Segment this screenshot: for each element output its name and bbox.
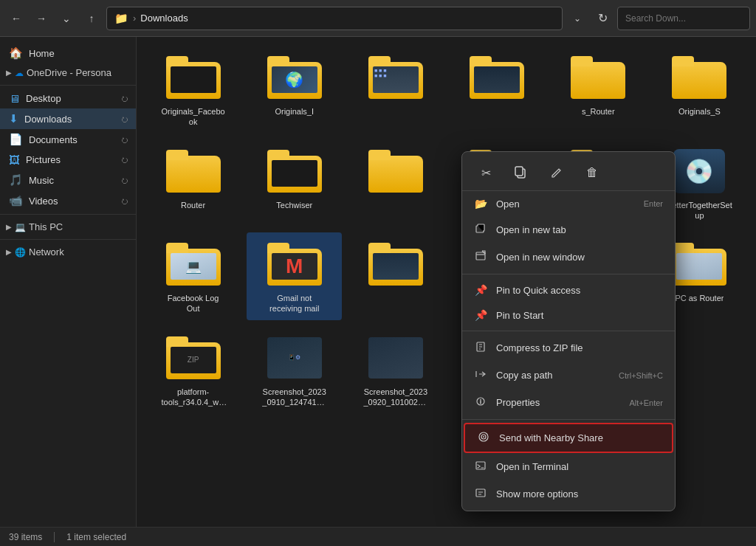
ctx-more-options[interactable]: Show more options	[462, 480, 675, 508]
file-name-scrshot2: Screenshot_2023_0920_101002_Sea	[362, 387, 429, 408]
pin-icon-desktop: ⭮	[121, 94, 128, 103]
folder-shape-router	[166, 150, 221, 193]
file-item-folder3[interactable]: ■ ■ ■■ ■ ■	[348, 46, 443, 134]
sidebar-item-music[interactable]: 🎵 Music ⭮	[0, 170, 136, 190]
folder-shape-3: ■ ■ ■■ ■ ■	[368, 56, 423, 99]
ctx-pin-start[interactable]: 📌 Pin to Start	[462, 303, 675, 328]
network-icon: 🌐	[15, 247, 26, 258]
pin-icon-videos: ⭮	[121, 197, 128, 205]
ctx-open-shortcut: Enter	[644, 199, 663, 208]
file-name-pcrouter: PC as Router	[675, 293, 724, 303]
file-name-router: Router	[181, 200, 205, 210]
sidebar-group-onedrive[interactable]: ▶ ☁ OneDrive - Persona	[0, 63, 136, 82]
back-button[interactable]: ←	[6, 8, 27, 29]
folder-shape-5	[571, 56, 625, 99]
refresh-button[interactable]: ↻	[592, 8, 613, 29]
file-item-router[interactable]: Router	[145, 139, 241, 227]
file-item-platform[interactable]: ZIP platform-tools_r34.0.4_windows	[145, 326, 241, 414]
file-name-techwiser: Techwiser	[276, 200, 312, 210]
ctx-open-new-window[interactable]: Open in new window	[462, 243, 675, 271]
ctx-compress[interactable]: Compress to ZIP file	[462, 334, 675, 362]
file-item-fblogout[interactable]: 💻 Facebook Log Out	[145, 232, 241, 320]
search-input[interactable]	[617, 7, 750, 30]
ctx-pin-quick[interactable]: 📌 Pin to Quick access	[462, 277, 675, 303]
sidebar-item-downloads[interactable]: ⬇ Downloads ⭮	[0, 108, 136, 129]
file-item-techwiser[interactable]: Techwiser	[247, 139, 342, 227]
history-dropdown-button[interactable]: ⌄	[56, 8, 77, 29]
folder-icon-wrap-e1	[366, 145, 425, 197]
folder-thumb-3: ■ ■ ■■ ■ ■	[373, 66, 419, 93]
status-selected: 1 item selected	[66, 532, 126, 542]
file-item-screenshot3[interactable]	[348, 232, 443, 320]
file-item-originals-s[interactable]: Originals_S	[652, 46, 747, 134]
sidebar-label-thispc: This PC	[29, 221, 63, 232]
ctx-open-terminal[interactable]: Open in Terminal	[462, 453, 675, 480]
address-text: Downloads	[140, 13, 188, 24]
open-new-tab-icon	[474, 223, 487, 237]
sidebar-item-home[interactable]: 🏠 Home	[0, 43, 136, 63]
sidebar-label-downloads: Downloads	[24, 114, 115, 125]
sidebar-item-documents[interactable]: 📄 Documents ⭮	[0, 129, 136, 150]
address-bar[interactable]: 📁 › Downloads	[106, 7, 563, 30]
ctx-copy-path-shortcut: Ctrl+Shift+C	[619, 371, 663, 380]
sidebar-item-pictures[interactable]: 🖼 Pictures ⭮	[0, 150, 136, 170]
sidebar: 🏠 Home ▶ ☁ OneDrive - Persona 🖥 Desktop …	[0, 37, 137, 527]
folder-shape-e1	[368, 150, 423, 193]
sidebar-label-desktop: Desktop	[26, 93, 115, 104]
ctx-compress-label: Compress to ZIP file	[496, 342, 663, 353]
file-name-originals-facebook: Originals_Facebook	[160, 106, 227, 128]
folder-icon-wrap	[164, 52, 223, 103]
sidebar-divider-3	[0, 239, 136, 240]
folder-shape-6	[672, 56, 726, 99]
sidebar-group-thispc[interactable]: ▶ 💻 This PC	[0, 218, 136, 236]
thispc-icon: 💻	[15, 222, 26, 232]
file-name-fblogout: Facebook Log Out	[160, 293, 227, 314]
file-item-originals-i[interactable]: 🌍 Originals_I	[247, 46, 342, 134]
documents-icon: 📄	[9, 133, 23, 146]
file-item-s-router[interactable]: s_Router	[551, 46, 646, 134]
file-item-originals-facebook[interactable]: Originals_Facebook	[145, 46, 241, 134]
ctx-copy-button[interactable]	[509, 161, 533, 184]
sidebar-label-network: Network	[29, 246, 64, 258]
file-item-empty1[interactable]	[348, 139, 443, 227]
sidebar-item-videos[interactable]: 📹 Videos ⭮	[0, 190, 136, 211]
ctx-open[interactable]: 📂 Open Enter	[462, 191, 675, 216]
ctx-nearby-share[interactable]: Send with Nearby Share	[464, 423, 673, 453]
up-button[interactable]: ↑	[81, 8, 102, 29]
onedrive-icon: ☁	[15, 68, 24, 78]
folder-icon-wrap-router	[164, 145, 223, 197]
file-item-folder4[interactable]	[450, 46, 545, 134]
sidebar-group-network[interactable]: ▶ 🌐 Network	[0, 243, 136, 261]
sidebar-item-desktop[interactable]: 🖥 Desktop ⭮	[0, 89, 136, 108]
videos-icon: 📹	[9, 194, 23, 207]
file-item-gmail[interactable]: M Gmail not receiving mail	[247, 232, 342, 320]
sidebar-label-videos: Videos	[29, 196, 115, 207]
status-count: 39 items	[9, 532, 42, 542]
svg-rect-1	[515, 167, 523, 176]
file-item-scrshot2[interactable]: Screenshot_2023_0920_101002_Sea	[348, 326, 443, 414]
ctx-cut-button[interactable]: ✂	[474, 161, 498, 184]
ctx-properties-label: Properties	[496, 397, 620, 408]
context-menu: ✂ 🗑 📂 Open Enter Open in new tab	[461, 151, 676, 511]
app-icon-bettertogether: 💿	[673, 149, 725, 193]
forward-button[interactable]: →	[31, 8, 52, 29]
desktop-icon: 🖥	[9, 92, 20, 105]
folder-shape-techwiser	[267, 150, 322, 193]
ctx-properties[interactable]: Properties Alt+Enter	[462, 389, 675, 416]
pin-quick-icon: 📌	[474, 284, 487, 296]
folder-thumb	[171, 66, 216, 93]
more-options-icon	[474, 487, 487, 501]
compress-icon	[474, 341, 487, 355]
ctx-divider-2	[462, 331, 675, 331]
ctx-delete-button[interactable]: 🗑	[580, 161, 604, 184]
ctx-properties-shortcut: Alt+Enter	[629, 398, 663, 407]
ctx-open-new-tab[interactable]: Open in new tab	[462, 216, 675, 243]
sidebar-label-onedrive: OneDrive - Persona	[27, 67, 111, 78]
properties-icon	[474, 395, 487, 410]
address-chevron-button[interactable]: ⌄	[567, 8, 588, 29]
ctx-copy-path[interactable]: Copy as path Ctrl+Shift+C	[462, 362, 675, 389]
network-expand-icon: ▶	[6, 248, 12, 256]
file-item-scrshot1[interactable]: 📱⚙ Screenshot_2023_0910_124741_Set	[247, 326, 342, 414]
folder-thumb-gmail: M	[272, 253, 317, 280]
ctx-rename-button[interactable]	[545, 161, 568, 184]
